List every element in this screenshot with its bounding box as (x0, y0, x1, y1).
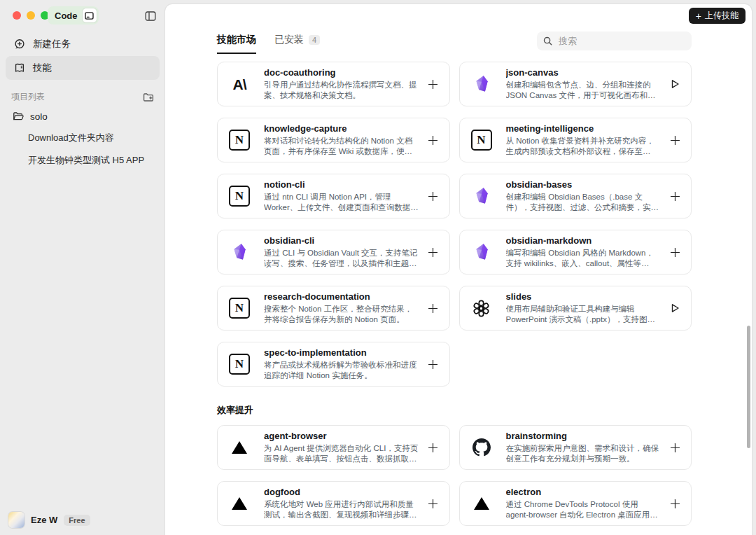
tab-skill-market[interactable]: 技能市场 (217, 34, 256, 54)
skills-grid: agent-browser 为 AI Agent 提供浏览器自动化 CLI，支持… (217, 425, 692, 526)
sidebar-toggle-icon (145, 11, 156, 22)
skill-name: notion-cli (264, 179, 419, 190)
anthropic-logo-icon: A\ (229, 74, 250, 95)
obsidian-logo-icon (229, 242, 250, 263)
add-skill-button[interactable] (426, 499, 440, 509)
minimize-window-button[interactable] (27, 11, 35, 20)
add-skill-button[interactable] (668, 499, 682, 509)
vercel-logo-icon (229, 493, 250, 514)
skill-name: knowledge-capture (264, 123, 419, 134)
skill-name: electron (506, 487, 662, 497)
obsidian-logo-icon (471, 74, 492, 95)
code-mode-label: Code (55, 11, 78, 21)
skill-description: 从 Notion 收集背景资料并补充研究内容，生成内部预读文档和外部议程，保存至… (506, 136, 662, 158)
skill-card[interactable]: agent-browser 为 AI Agent 提供浏览器自动化 CLI，支持… (217, 425, 450, 470)
skill-description: 编写和编辑 Obsidian 风格的 Markdown，支持 wikilinks… (506, 248, 662, 270)
vercel-logo-icon (471, 493, 492, 514)
skill-card[interactable]: N research-documentation 搜索整个 Notion 工作区… (217, 286, 450, 331)
add-skill-button[interactable] (668, 191, 682, 202)
skill-description: 将产品或技术规格拆解为带验收标准和进度追踪的详细 Notion 实施任务。 (264, 360, 419, 382)
skill-name: doc-coauthoring (264, 67, 419, 78)
book-icon (14, 62, 25, 74)
skills-sections: A\ doc-coauthoring 引导用户通过结构化协作流程撰写文档、提案、… (217, 62, 692, 526)
skill-name: obsidian-cli (264, 235, 419, 246)
skill-description: 系统化地对 Web 应用进行内部试用和质量测试，输出含截图、复现视频和详细步骤的… (264, 499, 419, 521)
skill-name: slides (506, 291, 662, 302)
skill-description: 为 AI Agent 提供浏览器自动化 CLI，支持页面导航、表单填写、按钮点击… (264, 443, 419, 465)
add-skill-button[interactable] (426, 247, 440, 258)
skill-description: 将对话和讨论转化为结构化的 Notion 文档页面，并有序保存至 Wiki 或数… (264, 136, 419, 158)
run-skill-button[interactable] (668, 303, 682, 313)
add-skill-button[interactable] (426, 303, 440, 314)
add-skill-button[interactable] (426, 359, 440, 370)
add-skill-button[interactable] (426, 443, 440, 453)
notion-logo-icon: N (229, 354, 250, 375)
skills-grid: A\ doc-coauthoring 引导用户通过结构化协作流程撰写文档、提案、… (217, 62, 692, 387)
skill-card[interactable]: N knowledge-capture 将对话和讨论转化为结构化的 Notion… (217, 118, 450, 162)
sidebar-item-new-task[interactable]: 新建任务 (6, 32, 160, 56)
sidebar-item-label: 技能 (33, 62, 52, 74)
user-name: Eze W (31, 515, 57, 525)
add-skill-button[interactable] (426, 79, 440, 90)
open-folder-icon (13, 111, 24, 122)
add-skill-button[interactable] (668, 135, 682, 146)
skill-card[interactable]: N meeting-intelligence 从 Notion 收集背景资料并补… (459, 118, 692, 162)
sidebar-project-item[interactable]: 开发生物钟类型测试 H5 APP (6, 149, 160, 172)
skill-name: obsidian-bases (506, 179, 662, 190)
upload-skill-label: 上传技能 (705, 10, 738, 22)
skill-card[interactable]: obsidian-markdown 编写和编辑 Obsidian 风格的 Mar… (459, 230, 692, 275)
vercel-logo-icon (229, 437, 250, 458)
sidebar-item-label: 新建任务 (33, 38, 71, 50)
sidebar-project-item[interactable]: Download文件夹内容 (6, 127, 160, 149)
obsidian-logo-icon (471, 186, 492, 207)
upload-skill-button[interactable]: + 上传技能 (689, 8, 746, 24)
skill-card[interactable]: dogfood 系统化地对 Web 应用进行内部试用和质量测试，输出含截图、复现… (217, 481, 450, 526)
skill-card[interactable]: A\ doc-coauthoring 引导用户通过结构化协作流程撰写文档、提案、… (217, 62, 450, 106)
skill-name: json-canvas (506, 67, 662, 78)
tab-label: 技能市场 (217, 34, 256, 46)
skill-description: 使用布局辅助和验证工具构建与编辑 PowerPoint 演示文稿（.pptx），… (506, 304, 662, 326)
skill-card[interactable]: slides 使用布局辅助和验证工具构建与编辑 PowerPoint 演示文稿（… (459, 286, 692, 331)
installed-count-badge: 4 (309, 35, 320, 45)
vertical-scrollbar[interactable] (747, 326, 750, 448)
skill-card[interactable]: obsidian-cli 通过 CLI 与 Obsidian Vault 交互，… (217, 230, 450, 275)
plan-badge: Free (64, 515, 90, 526)
sidebar-item-skills[interactable]: 技能 (6, 56, 160, 80)
skill-card[interactable]: electron 通过 Chrome DevTools Protocol 使用 … (459, 481, 692, 526)
sidebar-toggle-button[interactable] (145, 11, 156, 22)
add-skill-button[interactable] (668, 247, 682, 258)
new-folder-button[interactable] (143, 92, 154, 103)
skill-description: 创建和编辑 Obsidian Bases（.base 文件），支持视图、过滤、公… (506, 192, 662, 214)
sidebar-project-solo[interactable]: solo (6, 106, 160, 127)
skill-description: 搜索整个 Notion 工作区，整合研究结果，并将综合报告保存为新的 Notio… (264, 304, 419, 326)
skill-card[interactable]: N spec-to-implementation 将产品或技术规格拆解为带验收标… (217, 342, 450, 387)
skill-card[interactable]: N notion-cli 通过 ntn CLI 调用 Notion API，管理… (217, 174, 450, 218)
skill-description: 通过 ntn CLI 调用 Notion API，管理 Worker、上传文件、… (264, 192, 419, 214)
new-task-icon (14, 39, 25, 50)
project-items: Download文件夹内容开发生物钟类型测试 H5 APP (0, 127, 165, 172)
close-window-button[interactable] (13, 11, 21, 20)
terminal-icon (85, 12, 94, 20)
code-mode-pill[interactable]: Code (48, 6, 99, 25)
add-skill-button[interactable] (426, 135, 440, 146)
search-input[interactable] (557, 35, 685, 47)
add-skill-button[interactable] (668, 443, 682, 453)
skill-card[interactable]: json-canvas 创建和编辑包含节点、边、分组和连接的 JSON Canv… (459, 62, 692, 106)
skill-card[interactable]: brainstorming 在实施前探索用户意图、需求和设计，确保创意工作有充分… (459, 425, 692, 470)
tab-installed[interactable]: 已安装 4 (274, 34, 320, 53)
skill-description: 在实施前探索用户意图、需求和设计，确保创意工作有充分规划并与预期一致。 (506, 443, 662, 465)
avatar[interactable] (8, 512, 24, 528)
search-box[interactable] (537, 32, 692, 50)
main-panel: + 上传技能 技能市场 已安装 4 A\ doc-coauthoring 引导用… (165, 4, 752, 535)
projects-label: 项目列表 (11, 91, 45, 103)
sidebar-nav: 新建任务 技能 项目列表 solo (0, 32, 165, 172)
add-skill-button[interactable] (426, 191, 440, 202)
notion-logo-icon: N (229, 130, 250, 151)
skill-description: 创建和编辑包含节点、边、分组和连接的 JSON Canvas 文件，用于可视化画… (506, 80, 662, 102)
run-skill-button[interactable] (668, 79, 682, 89)
skill-name: meeting-intelligence (506, 123, 662, 134)
section-title: 效率提升 (217, 404, 692, 417)
terminal-mode-button[interactable] (83, 8, 97, 22)
skill-card[interactable]: obsidian-bases 创建和编辑 Obsidian Bases（.bas… (459, 174, 692, 218)
user-account-row[interactable]: Eze W Free (8, 512, 90, 528)
